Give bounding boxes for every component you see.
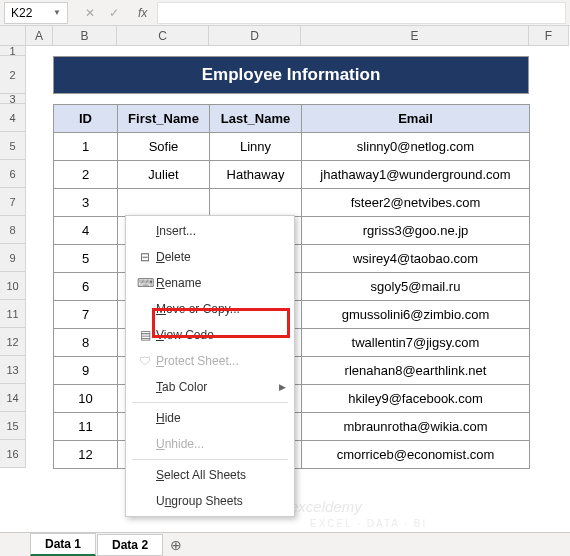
- lock-icon: 🛡: [134, 354, 156, 368]
- cell[interactable]: 2: [54, 161, 118, 189]
- fx-icon[interactable]: fx: [138, 6, 147, 20]
- row-header[interactable]: 16: [0, 440, 26, 468]
- menu-hide[interactable]: Hide: [128, 405, 292, 431]
- menu-separator: [132, 459, 288, 460]
- cell[interactable]: slinny0@netlog.com: [302, 133, 530, 161]
- row-headers: 12345678910111213141516: [0, 46, 26, 468]
- row-header[interactable]: 15: [0, 412, 26, 440]
- cell[interactable]: Hathaway: [210, 161, 302, 189]
- menu-separator: [132, 402, 288, 403]
- cell[interactable]: rgriss3@goo.ne.jp: [302, 217, 530, 245]
- cells-area[interactable]: Employee Information ID First_Name Last_…: [26, 46, 570, 468]
- cell[interactable]: 7: [54, 301, 118, 329]
- menu-select-all[interactable]: Select All Sheets: [128, 462, 292, 488]
- menu-tab-color[interactable]: Tab Color▶: [128, 374, 292, 400]
- formula-bar-row: K22 ▼ ✕ ✓ fx: [0, 0, 570, 26]
- cell[interactable]: Sofie: [118, 133, 210, 161]
- col-header[interactable]: A: [26, 26, 53, 46]
- cell[interactable]: wsirey4@taobao.com: [302, 245, 530, 273]
- row-header[interactable]: 11: [0, 300, 26, 328]
- row-header[interactable]: 5: [0, 132, 26, 160]
- cell[interactable]: 1: [54, 133, 118, 161]
- row-header[interactable]: 8: [0, 216, 26, 244]
- th-email: Email: [302, 105, 530, 133]
- rename-icon: ⌨: [134, 276, 156, 290]
- table-row[interactable]: 2JulietHathawayjhathaway1@wunderground.c…: [54, 161, 530, 189]
- watermark-sub: EXCEL · DATA · BI: [310, 518, 427, 529]
- confirm-icon: ✓: [106, 6, 122, 20]
- row-header[interactable]: 13: [0, 356, 26, 384]
- cell[interactable]: cmorriceb@economist.com: [302, 441, 530, 469]
- col-header[interactable]: C: [117, 26, 209, 46]
- th-id: ID: [54, 105, 118, 133]
- cell[interactable]: 3: [54, 189, 118, 217]
- row-header[interactable]: 12: [0, 328, 26, 356]
- table-row[interactable]: 1SofieLinnyslinny0@netlog.com: [54, 133, 530, 161]
- table-row[interactable]: 3fsteer2@netvibes.com: [54, 189, 530, 217]
- cell[interactable]: 8: [54, 329, 118, 357]
- tab-data2[interactable]: Data 2: [97, 534, 163, 556]
- row-header[interactable]: 3: [0, 94, 26, 104]
- cell[interactable]: fsteer2@netvibes.com: [302, 189, 530, 217]
- menu-ungroup[interactable]: Ungroup Sheets: [128, 488, 292, 514]
- th-last: Last_Name: [210, 105, 302, 133]
- cell[interactable]: mbraunrotha@wikia.com: [302, 413, 530, 441]
- menu-move-copy[interactable]: Move or Copy...: [128, 296, 292, 322]
- watermark: exceldemy: [290, 498, 362, 515]
- chevron-right-icon: ▶: [279, 382, 286, 392]
- menu-insert[interactable]: Insert...: [128, 218, 292, 244]
- row-header[interactable]: 7: [0, 188, 26, 216]
- cell[interactable]: sgoly5@mail.ru: [302, 273, 530, 301]
- cell[interactable]: [118, 189, 210, 217]
- cell[interactable]: twallentin7@jigsy.com: [302, 329, 530, 357]
- row-header[interactable]: 4: [0, 104, 26, 132]
- menu-rename[interactable]: ⌨Rename: [128, 270, 292, 296]
- column-headers: A B C D E F: [0, 26, 570, 46]
- cell[interactable]: 5: [54, 245, 118, 273]
- cell[interactable]: 4: [54, 217, 118, 245]
- formula-controls: ✕ ✓ fx: [72, 6, 157, 20]
- cell[interactable]: hkiley9@facebook.com: [302, 385, 530, 413]
- cell[interactable]: Linny: [210, 133, 302, 161]
- menu-view-code[interactable]: ▤View Code: [128, 322, 292, 348]
- title-cell: Employee Information: [53, 56, 529, 94]
- chevron-down-icon[interactable]: ▼: [53, 8, 61, 17]
- cell[interactable]: gmussolini6@zimbio.com: [302, 301, 530, 329]
- cell[interactable]: jhathaway1@wunderground.com: [302, 161, 530, 189]
- th-first: First_Name: [118, 105, 210, 133]
- row-header[interactable]: 2: [0, 56, 26, 94]
- cell[interactable]: 9: [54, 357, 118, 385]
- formula-input[interactable]: [157, 2, 566, 24]
- menu-unhide: Unhide...: [128, 431, 292, 457]
- col-header[interactable]: F: [529, 26, 569, 46]
- cancel-icon: ✕: [82, 6, 98, 20]
- cell[interactable]: 10: [54, 385, 118, 413]
- col-header[interactable]: D: [209, 26, 301, 46]
- add-sheet-button[interactable]: ⊕: [164, 537, 188, 553]
- name-box-value: K22: [11, 6, 32, 20]
- code-icon: ▤: [134, 328, 156, 342]
- row-header[interactable]: 1: [0, 46, 26, 56]
- name-box[interactable]: K22 ▼: [4, 2, 68, 24]
- row-header[interactable]: 6: [0, 160, 26, 188]
- row-header[interactable]: 14: [0, 384, 26, 412]
- cell[interactable]: 11: [54, 413, 118, 441]
- sheet-context-menu: Insert... ⊟Delete ⌨Rename Move or Copy..…: [125, 215, 295, 517]
- cell[interactable]: [210, 189, 302, 217]
- menu-delete[interactable]: ⊟Delete: [128, 244, 292, 270]
- select-all-corner[interactable]: [0, 26, 26, 46]
- menu-protect: 🛡Protect Sheet...: [128, 348, 292, 374]
- cell[interactable]: Juliet: [118, 161, 210, 189]
- cell[interactable]: 6: [54, 273, 118, 301]
- delete-icon: ⊟: [134, 250, 156, 264]
- col-header[interactable]: B: [53, 26, 117, 46]
- cell[interactable]: 12: [54, 441, 118, 469]
- cell[interactable]: rlenahan8@earthlink.net: [302, 357, 530, 385]
- tab-data1[interactable]: Data 1: [30, 533, 96, 557]
- row-header[interactable]: 10: [0, 272, 26, 300]
- sheet-tabs: Data 1 Data 2 ⊕: [0, 532, 570, 556]
- col-header[interactable]: E: [301, 26, 529, 46]
- row-header[interactable]: 9: [0, 244, 26, 272]
